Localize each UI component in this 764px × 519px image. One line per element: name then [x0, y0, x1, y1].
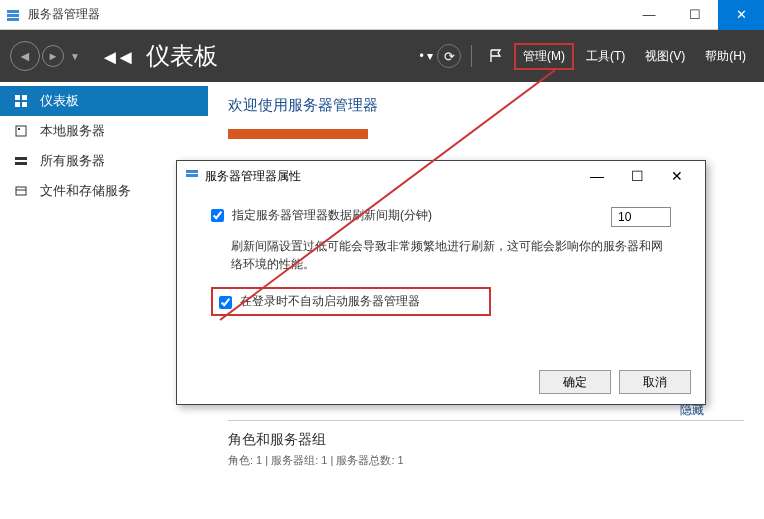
svg-rect-6 — [22, 102, 27, 107]
welcome-heading: 欢迎使用服务器管理器 — [228, 96, 744, 115]
svg-rect-3 — [15, 95, 20, 100]
dialog-titlebar: 服务器管理器属性 — ☐ ✕ — [177, 161, 705, 191]
svg-rect-8 — [18, 128, 20, 130]
sidebar-item-label: 所有服务器 — [40, 152, 105, 170]
nav-forward-button[interactable]: ► — [42, 45, 64, 67]
dialog-title: 服务器管理器属性 — [205, 168, 301, 185]
svg-rect-1 — [7, 14, 19, 17]
svg-rect-0 — [7, 10, 19, 13]
svg-rect-2 — [7, 18, 19, 21]
ok-button[interactable]: 确定 — [539, 370, 611, 394]
sidebar-item-label: 本地服务器 — [40, 122, 105, 140]
svg-rect-11 — [16, 187, 26, 195]
nav-back-button[interactable]: ◄ — [10, 41, 40, 71]
autostart-label: 在登录时不自动启动服务器管理器 — [240, 293, 420, 310]
autostart-row: 在登录时不自动启动服务器管理器 — [211, 287, 491, 316]
cancel-button[interactable]: 取消 — [619, 370, 691, 394]
nav-dropdown-icon[interactable]: ▼ — [70, 51, 80, 62]
window-titlebar: 服务器管理器 — ☐ ✕ — [0, 0, 764, 30]
minimize-button[interactable]: — — [626, 0, 672, 30]
group-counts: 角色: 1 | 服务器组: 1 | 服务器总数: 1 — [228, 453, 744, 468]
svg-rect-7 — [16, 126, 26, 136]
svg-rect-13 — [186, 170, 198, 173]
sidebar-item-local-server[interactable]: 本地服务器 — [0, 116, 208, 146]
servers-icon — [14, 154, 30, 168]
toolbar-divider — [471, 45, 472, 67]
close-button[interactable]: ✕ — [718, 0, 764, 30]
breadcrumb: ◄◄ 仪表板 — [100, 40, 218, 72]
sidebar-item-dashboard[interactable]: 仪表板 — [0, 86, 208, 116]
dialog-close-button[interactable]: ✕ — [657, 168, 697, 184]
svg-rect-10 — [15, 162, 27, 165]
main-toolbar: ◄ ► ▼ ◄◄ 仪表板 • ▾ ⟳ 管理(M) 工具(T) 视图(V) 帮助(… — [0, 30, 764, 82]
storage-icon — [14, 184, 30, 198]
sidebar-item-label: 仪表板 — [40, 92, 79, 110]
autostart-checkbox[interactable] — [219, 296, 232, 309]
dialog-minimize-button[interactable]: — — [577, 168, 617, 184]
dialog-maximize-button[interactable]: ☐ — [617, 168, 657, 184]
svg-rect-14 — [186, 174, 198, 177]
menu-manage[interactable]: 管理(M) — [514, 43, 574, 70]
maximize-button[interactable]: ☐ — [672, 0, 718, 30]
dialog-icon — [185, 168, 199, 185]
toolbar-dropdown-icon[interactable]: • ▾ — [419, 49, 433, 63]
refresh-value-input[interactable] — [611, 207, 671, 227]
properties-dialog: 服务器管理器属性 — ☐ ✕ 指定服务器管理器数据刷新间期(分钟) 刷新间隔设置… — [176, 160, 706, 405]
menu-tools[interactable]: 工具(T) — [578, 44, 633, 69]
window-title: 服务器管理器 — [28, 6, 100, 23]
flag-icon[interactable] — [482, 42, 510, 70]
sidebar-item-label: 文件和存储服务 — [40, 182, 131, 200]
app-icon — [6, 7, 22, 23]
server-icon — [14, 124, 30, 138]
svg-rect-4 — [22, 95, 27, 100]
refresh-label: 指定服务器管理器数据刷新间期(分钟) — [232, 207, 432, 224]
svg-rect-5 — [15, 102, 20, 107]
accent-bar — [228, 129, 368, 139]
refresh-checkbox[interactable] — [211, 209, 224, 222]
breadcrumb-label: 仪表板 — [146, 42, 218, 69]
dashboard-icon — [14, 94, 30, 108]
group-title: 角色和服务器组 — [228, 431, 744, 449]
menu-view[interactable]: 视图(V) — [637, 44, 693, 69]
breadcrumb-arrows-icon: ◄◄ — [100, 46, 132, 68]
refresh-note: 刷新间隔设置过低可能会导致非常频繁地进行刷新，这可能会影响你的服务器和网络环境的… — [231, 237, 671, 273]
menu-help[interactable]: 帮助(H) — [697, 44, 754, 69]
refresh-button[interactable]: ⟳ — [437, 44, 461, 68]
divider — [228, 420, 744, 421]
svg-rect-9 — [15, 157, 27, 160]
